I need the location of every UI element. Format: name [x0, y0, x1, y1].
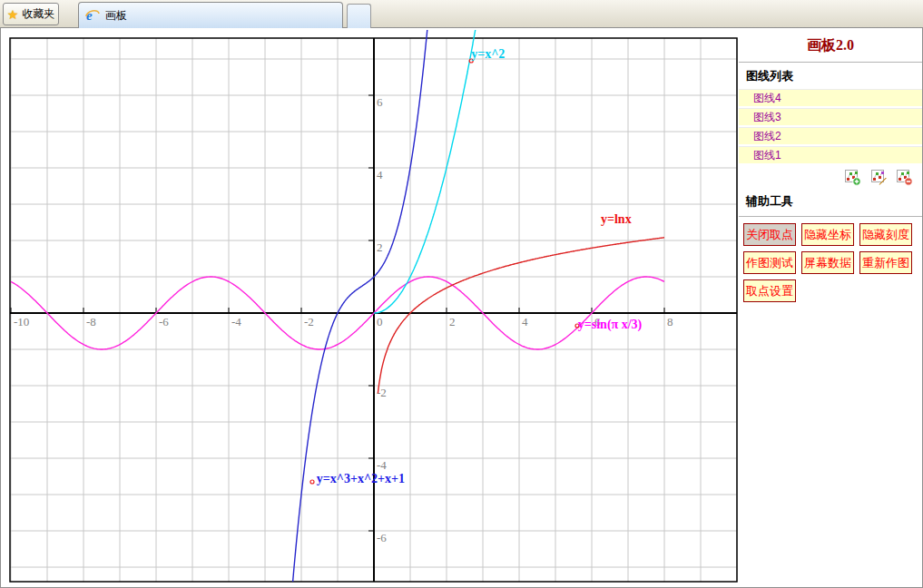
- curve-label-marker-3: [310, 480, 314, 484]
- y-tick-label: -6: [377, 531, 387, 544]
- curve-label-4: y=x^2: [471, 47, 505, 61]
- favorites-label: 收藏夹: [22, 6, 54, 22]
- hide-axes-button[interactable]: 隐藏坐标: [801, 223, 854, 246]
- new-tab-button[interactable]: [347, 4, 371, 28]
- app-title: 画板2.0: [739, 36, 922, 55]
- screen-data-button[interactable]: 屏幕数据: [801, 251, 854, 274]
- curve-list-item-2[interactable]: 图线2: [739, 127, 922, 144]
- curve-list-item-4[interactable]: 图线4: [739, 89, 922, 106]
- tools-header: 辅助工具: [739, 188, 922, 214]
- x-tick-label: -2: [304, 315, 314, 328]
- plot-canvas[interactable]: -10-8-6-4-202468642-2-4-6y=sin(π x/3)y=l…: [1, 28, 739, 587]
- y-tick-label: 2: [377, 240, 383, 254]
- x-tick-label: -10: [14, 315, 29, 328]
- page-content: -10-8-6-4-202468642-2-4-6y=sin(π x/3)y=l…: [0, 28, 923, 588]
- edit-curve-icon[interactable]: [871, 170, 888, 186]
- x-tick-label: 4: [522, 315, 528, 328]
- picking-settings-button[interactable]: 取点设置: [743, 279, 796, 302]
- x-tick-label: -6: [159, 315, 169, 328]
- delete-curve-icon[interactable]: [897, 170, 913, 186]
- y-tick-label: -4: [377, 458, 387, 472]
- x-tick-label: 0: [377, 315, 383, 328]
- y-tick-label: 6: [377, 95, 383, 109]
- curve-label-2: y=lnx: [601, 212, 632, 226]
- curve-list-item-3[interactable]: 图线3: [739, 108, 922, 125]
- x-tick-label: 8: [667, 315, 673, 328]
- add-curve-icon[interactable]: [845, 170, 861, 186]
- x-tick-label: -4: [231, 315, 241, 328]
- x-tick-label: 2: [449, 315, 456, 328]
- plot-test-button[interactable]: 作图测试: [743, 251, 796, 274]
- tool-buttons: 关闭取点 隐藏坐标 隐藏刻度 作图测试 屏幕数据 重新作图 取点设置: [739, 217, 922, 308]
- y-tick-label: 4: [377, 168, 383, 181]
- curve-label-3: y=x^3+x^2+x+1: [317, 472, 405, 485]
- close-picking-button[interactable]: 关闭取点: [743, 223, 796, 246]
- curve-list-header: 图线列表: [739, 63, 922, 89]
- curve-4: [374, 28, 481, 313]
- favorites-button[interactable]: ★ 收藏夹: [3, 3, 59, 25]
- curve-actions: [739, 165, 922, 188]
- curve-label-1: y=sin(π x/3): [578, 318, 643, 332]
- tab-title: 画板: [105, 8, 127, 24]
- side-panel: 画板2.0 图线列表 图线4 图线3 图线2 图线1: [739, 28, 922, 587]
- curve-list-item-1[interactable]: 图线1: [739, 146, 922, 163]
- hide-ticks-button[interactable]: 隐藏刻度: [859, 223, 912, 246]
- tab-huaban[interactable]: e 画板: [78, 2, 343, 28]
- replot-button[interactable]: 重新作图: [859, 251, 912, 274]
- browser-tab-bar: ★ 收藏夹 e 画板: [0, 0, 923, 28]
- ie-logo-icon: e: [85, 8, 100, 23]
- favorites-star-icon: ★: [7, 8, 19, 21]
- x-tick-label: -8: [86, 315, 96, 328]
